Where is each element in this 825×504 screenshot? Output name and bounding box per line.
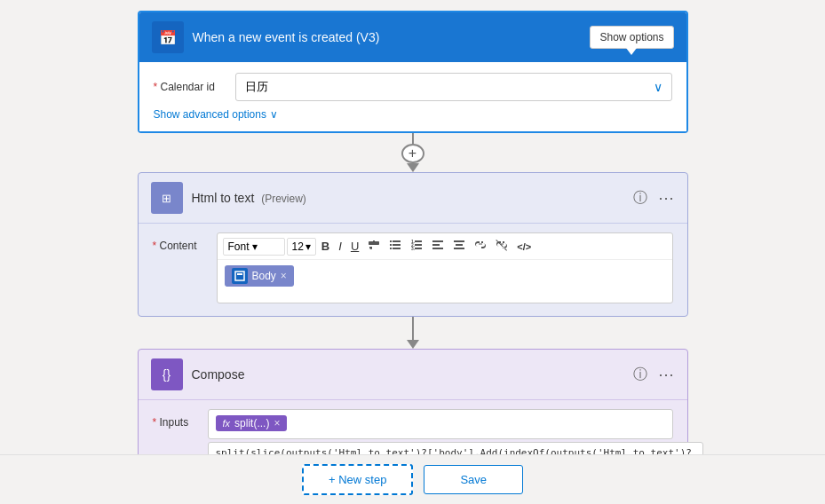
content-label: Content: [153, 240, 206, 252]
connector-1: +: [401, 133, 424, 172]
svg-rect-11: [415, 248, 422, 249]
svg-rect-15: [454, 240, 464, 242]
html-to-text-subtitle: (Preview): [261, 193, 306, 205]
html-to-text-title: Html to text (Preview): [192, 191, 306, 205]
svg-rect-0: [390, 240, 392, 242]
svg-rect-19: [237, 273, 242, 275]
add-step-button[interactable]: +: [401, 144, 424, 163]
svg-rect-9: [415, 244, 422, 246]
body-tag-icon: [232, 268, 248, 284]
connector-down-line: [412, 317, 414, 340]
calendar-field-row: Calendar id 日历 ∨: [154, 73, 672, 101]
underline-button[interactable]: U: [347, 238, 362, 255]
fx-chip-label: split(...): [234, 417, 269, 429]
svg-rect-16: [456, 244, 463, 246]
svg-rect-13: [432, 244, 440, 246]
font-size-selector[interactable]: 12 ▾: [287, 238, 316, 256]
compose-header: {} Compose ⓘ ···: [139, 350, 687, 400]
calendar-label: Calendar id: [154, 81, 225, 93]
fx-chip-close-icon[interactable]: ×: [274, 417, 280, 429]
italic-button[interactable]: I: [335, 238, 345, 255]
font-label: Font: [228, 240, 250, 253]
editor-toolbar: Font ▾ 12 ▾ B I U: [218, 233, 672, 260]
calendar-value: 日历: [245, 79, 268, 95]
compose-help-icon[interactable]: ⓘ: [633, 366, 647, 384]
bold-button[interactable]: B: [318, 238, 333, 255]
trigger-title: When a new event is created (V3): [193, 30, 380, 44]
html-to-text-header-left: ⊞ Html to text (Preview): [151, 182, 306, 214]
new-step-button[interactable]: + New step: [302, 464, 413, 495]
html-to-text-title-main: Html to text: [192, 191, 255, 205]
compose-more-icon[interactable]: ···: [658, 366, 674, 384]
svg-rect-5: [393, 248, 401, 249]
content-field-row: Content Font ▾ 12 ▾ B I U: [153, 232, 673, 303]
svg-rect-7: [415, 240, 422, 242]
trigger-body: Calendar id 日历 ∨ Show advanced options ∨: [139, 62, 686, 131]
font-selector[interactable]: Font ▾: [223, 238, 285, 256]
trigger-icon: 📅: [152, 21, 184, 53]
save-button[interactable]: Save: [424, 465, 523, 494]
connector-2: [407, 317, 419, 349]
code-button[interactable]: </>: [513, 240, 535, 254]
svg-rect-14: [432, 248, 443, 249]
svg-rect-1: [393, 240, 401, 242]
ordered-list-button[interactable]: 1.2.3.: [407, 237, 426, 256]
help-icon[interactable]: ⓘ: [633, 189, 647, 208]
compose-icon: {}: [151, 358, 183, 390]
calendar-chevron-icon: ∨: [654, 80, 662, 94]
html-to-text-header: ⊞ Html to text (Preview) ⓘ ···: [139, 173, 687, 224]
body-tag-label: Body: [252, 270, 276, 282]
fx-chip[interactable]: fx split(...) ×: [216, 415, 288, 431]
compose-header-left: {} Compose: [151, 358, 245, 390]
html-to-text-header-right: ⓘ ···: [633, 189, 674, 208]
trigger-header: 📅 When a new event is created (V3) Show …: [139, 12, 686, 62]
inputs-label: Inputs: [153, 416, 197, 429]
unlink-button[interactable]: [492, 237, 512, 256]
svg-rect-17: [454, 248, 464, 249]
html-to-text-icon: ⊞: [151, 182, 183, 214]
font-size-chevron-icon: ▾: [305, 240, 311, 253]
connector-line-top: [412, 133, 414, 144]
calendar-select[interactable]: 日历 ∨: [235, 73, 672, 101]
connector-arrow: [407, 163, 419, 172]
font-chevron-icon: ▾: [252, 240, 258, 253]
html-to-text-body: Content Font ▾ 12 ▾ B I U: [139, 224, 687, 316]
show-options-button[interactable]: Show options: [590, 26, 673, 49]
trigger-header-left: 📅 When a new event is created (V3): [152, 21, 380, 53]
inputs-editor[interactable]: fx split(...) ×: [208, 409, 673, 439]
fx-label: fx: [223, 418, 231, 429]
font-size-value: 12: [292, 240, 304, 253]
compose-header-right: ⓘ ···: [633, 366, 674, 384]
paint-button[interactable]: [364, 237, 384, 256]
svg-rect-2: [390, 244, 392, 246]
advanced-options-chevron-icon: ∨: [270, 108, 278, 121]
svg-rect-4: [390, 248, 392, 249]
more-options-icon[interactable]: ···: [658, 189, 674, 208]
svg-rect-12: [432, 240, 443, 242]
unordered-list-button[interactable]: [385, 237, 405, 256]
trigger-card: 📅 When a new event is created (V3) Show …: [138, 11, 688, 133]
advanced-options-label: Show advanced options: [154, 108, 266, 121]
compose-title: Compose: [192, 367, 245, 382]
bottom-bar: + New step Save: [0, 454, 825, 504]
body-tag-close-icon[interactable]: ×: [281, 270, 287, 282]
body-tag-chip[interactable]: Body ×: [225, 265, 294, 287]
rich-editor[interactable]: Font ▾ 12 ▾ B I U: [217, 232, 673, 303]
connector-down-arrow: [407, 340, 419, 349]
svg-rect-3: [393, 244, 401, 246]
align-left-button[interactable]: [428, 237, 448, 256]
inputs-field-row: Inputs fx split(...) ×: [153, 409, 673, 439]
advanced-options-toggle[interactable]: Show advanced options ∨: [154, 108, 672, 121]
align-center-button[interactable]: [449, 237, 469, 256]
link-button[interactable]: [471, 237, 490, 256]
html-to-text-card: ⊞ Html to text (Preview) ⓘ ··· Content F…: [138, 172, 688, 317]
svg-rect-18: [235, 272, 244, 280]
editor-content: Body ×: [218, 260, 672, 292]
